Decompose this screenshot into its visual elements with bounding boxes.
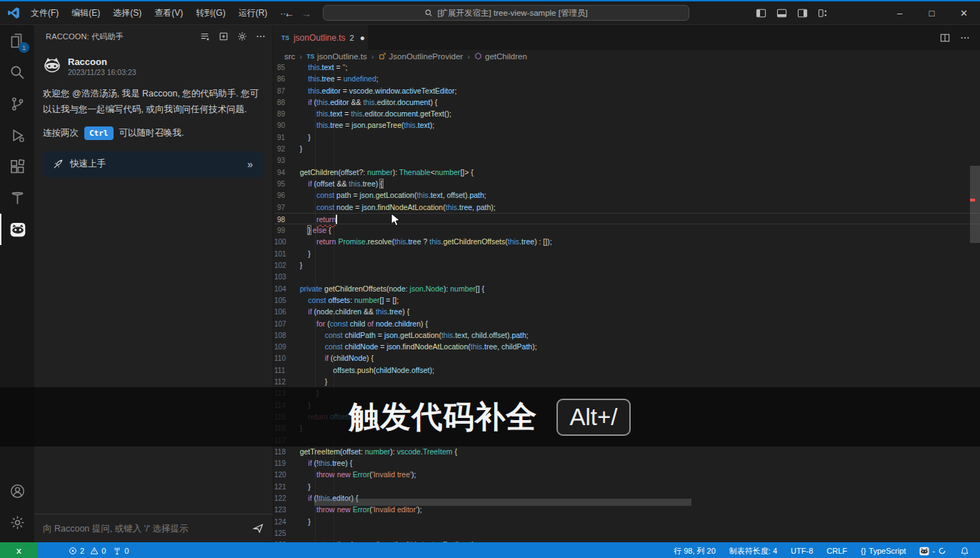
menu-item-4[interactable]: 转到(G)	[189, 4, 231, 22]
problems-status[interactable]: 2 0	[65, 542, 109, 558]
code-line-100[interactable]: 100 return Promise.resolve(this.tree ? t…	[274, 236, 980, 247]
minimize-button[interactable]: –	[884, 1, 916, 25]
code-line-120[interactable]: 120 throw new Error('Invalid tree');	[274, 469, 980, 480]
cursor-position-status[interactable]: 行 98, 列 20	[670, 542, 719, 558]
nav-forward-button[interactable]: →	[301, 8, 311, 19]
language-status[interactable]: {} TypeScript	[857, 542, 909, 558]
overlay-caption: 触发代码补全	[349, 397, 538, 438]
activity-item-raccoon[interactable]	[0, 214, 34, 245]
code-line-111[interactable]: 111 offsets.push(childNode.offset);	[274, 364, 980, 376]
code-line-101[interactable]: 101 }	[274, 248, 980, 259]
code-line-106[interactable]: 106 if (node.children && this.tree) {	[274, 306, 980, 317]
code-line-107[interactable]: 107 for (const child of node.children) {	[274, 318, 980, 329]
activity-item-account[interactable]	[0, 475, 34, 507]
vertical-scrollbar[interactable]	[970, 166, 980, 243]
code-line-105[interactable]: 105 const offsets: number[] = [];	[274, 294, 980, 306]
breadcrumb-item-getchildren[interactable]: getChildren	[474, 52, 527, 61]
send-icon[interactable]	[252, 522, 264, 534]
typescript-file-icon: TS	[281, 34, 289, 41]
line-number: 122	[274, 493, 291, 504]
code-line-87[interactable]: 87 this.editor = vscode.window.activeTex…	[274, 85, 980, 96]
code-line-92[interactable]: 92 }	[274, 143, 980, 154]
code-line-118[interactable]: 118 getTreeItem(offset: number): vscode.…	[274, 446, 980, 457]
line-number: 93	[274, 155, 291, 166]
code-line-121[interactable]: 121 }	[274, 481, 980, 492]
breadcrumb: src›TSjsonOutline.ts›JsonOutlineProvider…	[274, 50, 980, 62]
code-line-97[interactable]: 97 const node = json.findNodeAtLocation(…	[274, 201, 980, 213]
horizontal-scrollbar[interactable]	[314, 499, 691, 506]
toggle-panel-icon[interactable]	[776, 8, 787, 19]
menu-item-1[interactable]: 编辑(E)	[65, 4, 106, 22]
more-actions-icon[interactable]	[256, 31, 266, 41]
code-line-103[interactable]: 103	[274, 271, 980, 282]
eol-status[interactable]: CRLF	[823, 542, 851, 558]
encoding-status[interactable]: UTF-8	[787, 542, 816, 558]
code-line-99[interactable]: 99 } else {	[274, 224, 980, 236]
activity-item-source-control[interactable]	[0, 88, 34, 119]
breadcrumb-item-src[interactable]: src	[284, 52, 295, 61]
assistant-name: Raccoon	[68, 56, 136, 67]
command-center-search[interactable]: [扩展开发宿主] tree-view-sample [管理员]	[323, 5, 689, 21]
code-line-124[interactable]: 124 }	[274, 516, 980, 527]
breadcrumb-item-jsonoutline-ts[interactable]: TSjsonOutline.ts	[306, 52, 367, 61]
breadcrumb-item-jsonoutlineprovider[interactable]: JsonOutlineProvider	[379, 52, 464, 61]
code-line-89[interactable]: 89 this.text = this.editor.document.getT…	[274, 108, 980, 119]
code-line-85[interactable]: 85 this.text = '';	[274, 61, 980, 73]
nav-back-button[interactable]: ←	[284, 8, 294, 19]
code-line-104[interactable]: 104 private getChildrenOffsets(node: jso…	[274, 283, 980, 294]
code-line-98[interactable]: 98 return	[274, 213, 980, 224]
remote-indicator[interactable]	[0, 542, 38, 558]
customize-layout-icon[interactable]	[818, 8, 829, 19]
code-line-112[interactable]: 112 }	[274, 376, 980, 387]
chat-input[interactable]	[43, 524, 246, 534]
activity-item-search[interactable]	[0, 56, 34, 88]
code-line-95[interactable]: 95 if (offset && this.tree) {	[274, 178, 980, 189]
line-number: 87	[274, 86, 291, 97]
error-icon	[69, 547, 77, 555]
code-line-93[interactable]: 93	[274, 154, 980, 166]
menu-item-2[interactable]: 选择(S)	[106, 4, 148, 22]
code-line-90[interactable]: 90 this.tree = json.parseTree(this.text)…	[274, 119, 980, 131]
code-line-125[interactable]: 125	[274, 527, 980, 539]
source-control-icon	[10, 96, 25, 111]
activity-item-settings[interactable]	[0, 507, 34, 538]
line-number: 125	[274, 528, 291, 539]
menu-item-3[interactable]: 查看(V)	[148, 4, 189, 22]
editor-more-actions-icon[interactable]	[960, 33, 970, 43]
split-editor-icon[interactable]	[940, 33, 950, 43]
unsaved-dot-icon[interactable]: ●	[360, 33, 365, 43]
activity-item-extensions[interactable]	[0, 151, 34, 182]
new-chat-icon[interactable]	[219, 31, 229, 41]
ports-status[interactable]: 0	[109, 542, 132, 558]
code-line-110[interactable]: 110 if (childNode) {	[274, 352, 980, 364]
code-line-94[interactable]: 94 getChildren(offset?: number): Thenabl…	[274, 166, 980, 178]
activity-item-run-debug[interactable]	[0, 119, 34, 151]
quickstart-button[interactable]: 快速上手 »	[43, 151, 263, 177]
menu-item-5[interactable]: 运行(R)	[232, 4, 274, 22]
toggle-secondary-sidebar-icon[interactable]	[797, 8, 808, 19]
window-title: [扩展开发宿主] tree-view-sample [管理员]	[437, 8, 587, 19]
code-line-109[interactable]: 109 const childNode = json.findNodeAtLoc…	[274, 341, 980, 352]
code-line-102[interactable]: 102 }	[274, 259, 980, 271]
menu-item-0[interactable]: 文件(F)	[24, 4, 65, 22]
toggle-sidebar-icon[interactable]	[756, 8, 766, 19]
activity-item-tool[interactable]	[0, 182, 34, 214]
code-line-119[interactable]: 119 if (!this.tree) {	[274, 457, 980, 469]
raccoon-status[interactable]: -	[916, 542, 950, 558]
code-line-86[interactable]: 86 this.tree = undefined;	[274, 73, 980, 84]
code-line-91[interactable]: 91 }	[274, 131, 980, 143]
code-area[interactable]: 85 this.text = '';86 this.tree = undefin…	[274, 61, 980, 542]
code-line-96[interactable]: 96 const path = json.getLocation(this.te…	[274, 189, 980, 201]
activity-item-explorer[interactable]: 1	[0, 25, 34, 56]
ctrl-hint-line: 连按两次 Ctrl 可以随时召唤我.	[43, 126, 263, 140]
code-line-108[interactable]: 108 const childPath = json.getLocation(t…	[274, 329, 980, 341]
indentation-status[interactable]: 制表符长度: 4	[726, 542, 781, 558]
close-button[interactable]: ✕	[948, 1, 980, 25]
code-line-88[interactable]: 88 if (this.editor && this.editor.docume…	[274, 96, 980, 108]
settings-gear-icon[interactable]	[237, 31, 247, 41]
conversation-list-icon[interactable]	[200, 31, 210, 41]
notifications-bell-icon[interactable]	[956, 542, 973, 558]
tab-jsonoutline[interactable]: TS jsonOutline.ts 2 ●	[274, 25, 368, 50]
maximize-button[interactable]: □	[916, 1, 948, 25]
vscode-logo-icon	[7, 6, 20, 19]
